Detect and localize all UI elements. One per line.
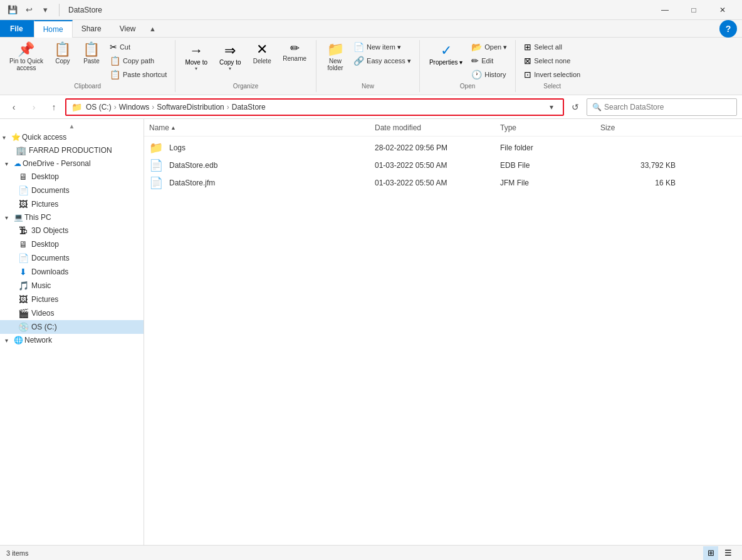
- open-label: Open: [460, 81, 475, 92]
- edit-button[interactable]: ✏ Edit: [468, 54, 510, 68]
- sidebar-item-network[interactable]: ▾ 🌐 Network: [0, 334, 144, 346]
- collapse-nav-arrow[interactable]: ▲: [0, 122, 144, 131]
- file-name-logs: Logs: [169, 143, 375, 152]
- open-label: Open ▾: [484, 43, 507, 51]
- copy-path-button[interactable]: 📋 Copy path: [107, 54, 170, 68]
- sidebar-item-documents-od[interactable]: 📄 Documents: [0, 184, 144, 197]
- address-box[interactable]: 📁 OS (C:) › Windows › SoftwareDistributi…: [65, 98, 564, 116]
- open-button[interactable]: 📂 Open ▾: [468, 40, 510, 54]
- table-row[interactable]: 📄 DataStore.jfm 01-03-2022 05:50 AM JFM …: [144, 174, 742, 192]
- sort-col-size[interactable]: Size: [600, 123, 676, 132]
- table-row[interactable]: 📁 Logs 28-02-2022 09:56 PM File folder: [144, 139, 742, 157]
- forward-button[interactable]: ›: [25, 98, 43, 116]
- invert-selection-button[interactable]: ⊡ Invert selection: [521, 68, 583, 81]
- thispc-label: This PC: [24, 213, 51, 222]
- maximize-button[interactable]: □: [679, 0, 708, 20]
- breadcrumb-part-1[interactable]: OS (C:): [86, 103, 112, 111]
- search-box[interactable]: 🔍: [587, 98, 737, 116]
- paste-shortcut-button[interactable]: 📋 Paste shortcut: [107, 68, 170, 81]
- desktop-od-icon: 🖥: [18, 172, 29, 182]
- easy-access-button[interactable]: 🔗 Easy access ▾: [350, 54, 414, 68]
- sidebar-item-3dobjects[interactable]: 🗜 3D Objects: [0, 224, 144, 237]
- help-button[interactable]: ?: [719, 20, 737, 38]
- pictures-pc-label: Pictures: [31, 295, 58, 304]
- copy-to-button[interactable]: ⇒ Copy to ▾: [214, 40, 246, 74]
- farrad-icon: 🏢: [15, 145, 26, 155]
- delete-button[interactable]: ✕ Delete: [248, 40, 276, 67]
- cut-button[interactable]: ✂ Cut: [107, 40, 170, 54]
- history-button[interactable]: 🕐 History: [468, 68, 510, 81]
- sidebar-item-videos[interactable]: 🎬 Videos: [0, 306, 144, 320]
- copy-button[interactable]: 📋 Copy: [49, 40, 76, 67]
- file-type-jfm: JFM File: [500, 179, 600, 187]
- ribbon: File Home Share View ▲ ? 📌 Pin to Quick …: [0, 20, 742, 95]
- open-group: 📂 Open ▾ ✏ Edit 🕐 History: [468, 40, 510, 81]
- search-input[interactable]: [604, 103, 731, 111]
- view-list-button[interactable]: ☰: [721, 546, 736, 560]
- select-all-button[interactable]: ⊞ Select all: [521, 40, 583, 54]
- new-folder-label: New folder: [328, 58, 343, 71]
- tab-file[interactable]: File: [0, 20, 34, 37]
- address-dropdown-arrow[interactable]: ▾: [545, 103, 558, 111]
- sidebar-item-pictures-od[interactable]: 🖼 Pictures: [0, 197, 144, 211]
- tab-share[interactable]: Share: [73, 20, 111, 37]
- up-button[interactable]: ↑: [45, 98, 63, 116]
- tab-home[interactable]: Home: [34, 20, 73, 38]
- ribbon-group-open: ✓ Properties ▾ 📂 Open ▾ ✏ Edit 🕐: [420, 40, 516, 92]
- col-type-label: Type: [500, 123, 516, 132]
- new-folder-button[interactable]: 📁 New folder: [321, 40, 349, 74]
- file-size-jfm: 16 KB: [600, 179, 676, 187]
- sidebar-item-osc[interactable]: 💿 OS (C:): [0, 320, 144, 334]
- sort-col-date[interactable]: Date modified: [375, 123, 500, 132]
- sidebar-item-documents-pc[interactable]: 📄 Documents: [0, 251, 144, 265]
- ribbon-collapse-button[interactable]: ▲: [145, 21, 160, 36]
- select-none-button[interactable]: ⊠ Select none: [521, 54, 583, 68]
- ribbon-group-new: 📁 New folder 📄 New item ▾ 🔗 Easy access …: [316, 40, 420, 92]
- paste-shortcut-label: Paste shortcut: [123, 71, 167, 78]
- delete-icon: ✕: [256, 43, 268, 56]
- onedrive-icon: ☁: [14, 159, 21, 168]
- breadcrumb-part-4[interactable]: DataStore: [232, 103, 266, 111]
- pictures-pc-icon: 🖼: [18, 294, 29, 304]
- videos-icon: 🎬: [18, 308, 29, 318]
- properties-button[interactable]: ✓ Properties ▾: [425, 40, 467, 68]
- sidebar-item-farrad[interactable]: 🏢 FARRAD PRODUCTION: [0, 143, 144, 157]
- sidebar-item-desktop-pc[interactable]: 🖥 Desktop: [0, 237, 144, 251]
- breadcrumb-part-2[interactable]: Windows: [119, 103, 150, 111]
- sort-col-type[interactable]: Type: [500, 123, 600, 132]
- file-name-jfm: DataStore.jfm: [169, 179, 375, 187]
- select-group: ⊞ Select all ⊠ Select none ⊡ Invert sele…: [521, 40, 583, 81]
- copy-path-label: Copy path: [123, 57, 154, 65]
- customize-quick-access-button[interactable]: ▾: [38, 3, 53, 18]
- refresh-button[interactable]: ↺: [567, 98, 584, 116]
- sidebar-item-thispc[interactable]: ▾ 💻 This PC: [0, 211, 144, 224]
- file-icon-logs: 📁: [149, 141, 164, 155]
- table-row[interactable]: 📄 DataStore.edb 01-03-2022 05:50 AM EDB …: [144, 157, 742, 174]
- sort-col-name[interactable]: Name ▲: [149, 123, 375, 132]
- copy-to-icon: ⇒: [224, 43, 236, 59]
- rename-button[interactable]: ✏ Rename: [278, 40, 311, 65]
- minimize-button[interactable]: —: [651, 0, 679, 20]
- save-button[interactable]: 💾: [5, 3, 20, 18]
- close-button[interactable]: ✕: [708, 0, 737, 20]
- pin-to-quick-access-button[interactable]: 📌 Pin to Quick access: [5, 40, 48, 74]
- new-item-button[interactable]: 📄 New item ▾: [350, 40, 414, 54]
- documents-pc-label: Documents: [31, 254, 70, 262]
- sidebar-item-desktop-od[interactable]: 🖥 Desktop: [0, 170, 144, 184]
- paste-button[interactable]: 📋 Paste: [78, 40, 105, 67]
- move-to-button[interactable]: → Move to ▾: [180, 40, 212, 74]
- sidebar-item-music[interactable]: 🎵 Music: [0, 279, 144, 293]
- cut-label: Cut: [120, 43, 130, 51]
- sidebar-item-onedrive[interactable]: ▾ ☁ OneDrive - Personal: [0, 157, 144, 170]
- sidebar-item-pictures-pc[interactable]: 🖼 Pictures: [0, 293, 144, 306]
- breadcrumb-part-3[interactable]: SoftwareDistribution: [157, 103, 224, 111]
- view-details-button[interactable]: ⊞: [703, 546, 718, 560]
- undo-button[interactable]: ↩: [21, 3, 36, 18]
- 3dobjects-label: 3D Objects: [31, 226, 68, 235]
- back-button[interactable]: ‹: [5, 98, 23, 116]
- ribbon-group-select: ⊞ Select all ⊠ Select none ⊡ Invert sele…: [516, 40, 588, 92]
- paste-label: Paste: [83, 58, 100, 65]
- sidebar-item-downloads[interactable]: ⬇ Downloads: [0, 265, 144, 279]
- sidebar-item-quick-access[interactable]: ▾ ⭐ Quick access: [0, 131, 144, 143]
- tab-view[interactable]: View: [111, 20, 145, 37]
